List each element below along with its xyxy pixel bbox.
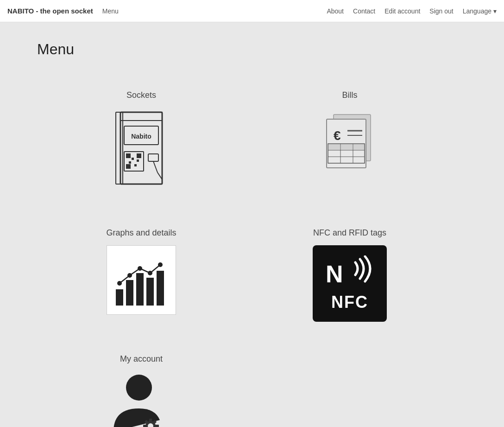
svg-text:Nabito: Nabito — [131, 133, 151, 140]
menu-grid: Sockets Nabito — [37, 76, 454, 427]
page-title: Menu — [37, 41, 467, 58]
svg-rect-29 — [116, 289, 123, 306]
svg-rect-10 — [137, 159, 139, 162]
svg-rect-30 — [126, 280, 133, 306]
svg-point-40 — [126, 375, 152, 401]
language-dropdown[interactable]: Language ▾ — [463, 7, 497, 15]
svg-rect-2 — [120, 112, 162, 121]
account-label: My account — [120, 354, 163, 364]
sockets-menu-item[interactable]: Sockets Nabito — [37, 76, 246, 214]
brand-link[interactable]: NABITO - the open socket — [7, 7, 93, 15]
main-content: Menu Sockets Nabito — [0, 22, 504, 427]
bills-menu-item[interactable]: Bills € — [246, 76, 454, 214]
graphs-menu-item[interactable]: Graphs and details — [37, 214, 246, 340]
sockets-label: Sockets — [126, 90, 156, 100]
svg-rect-6 — [126, 153, 131, 158]
svg-rect-28 — [353, 144, 364, 150]
nfc-icon: N NFC — [313, 245, 387, 322]
contact-link[interactable]: Contact — [353, 7, 375, 15]
svg-text:€: € — [334, 128, 341, 143]
svg-rect-45 — [143, 425, 147, 427]
bills-label: Bills — [342, 90, 357, 100]
bills-icon: € — [320, 108, 380, 182]
account-icon — [109, 371, 174, 427]
graphs-label: Graphs and details — [106, 228, 176, 238]
nfc-menu-item[interactable]: NFC and RFID tags N NFC — [246, 214, 454, 340]
svg-line-14 — [153, 161, 158, 172]
navbar-right: About Contact Edit account Sign out Lang… — [327, 7, 497, 15]
svg-rect-12 — [129, 161, 131, 164]
sockets-icon: Nabito — [111, 108, 171, 196]
svg-text:N: N — [326, 261, 343, 287]
svg-rect-11 — [134, 164, 137, 166]
svg-rect-31 — [136, 273, 144, 306]
svg-rect-1 — [116, 112, 123, 184]
chevron-down-icon: ▾ — [493, 7, 497, 15]
nfc-text: NFC — [331, 293, 368, 312]
nfc-label: NFC and RFID tags — [313, 228, 386, 238]
svg-rect-9 — [132, 158, 134, 160]
svg-rect-13 — [148, 154, 158, 161]
menu-link[interactable]: Menu — [102, 7, 119, 15]
svg-rect-43 — [149, 419, 152, 422]
account-menu-item[interactable]: My account — [37, 340, 246, 427]
edit-account-link[interactable]: Edit account — [384, 7, 420, 15]
svg-rect-0 — [120, 112, 162, 184]
about-link[interactable]: About — [327, 7, 344, 15]
svg-rect-32 — [146, 278, 154, 306]
svg-rect-27 — [341, 144, 353, 150]
navbar: NABITO - the open socket Menu About Cont… — [0, 0, 504, 22]
svg-rect-33 — [157, 271, 164, 306]
graphs-icon — [107, 245, 176, 315]
sign-out-link[interactable]: Sign out — [429, 7, 453, 15]
svg-rect-7 — [137, 153, 141, 158]
svg-rect-26 — [328, 144, 340, 150]
svg-rect-46 — [155, 425, 159, 427]
svg-rect-8 — [126, 164, 131, 169]
